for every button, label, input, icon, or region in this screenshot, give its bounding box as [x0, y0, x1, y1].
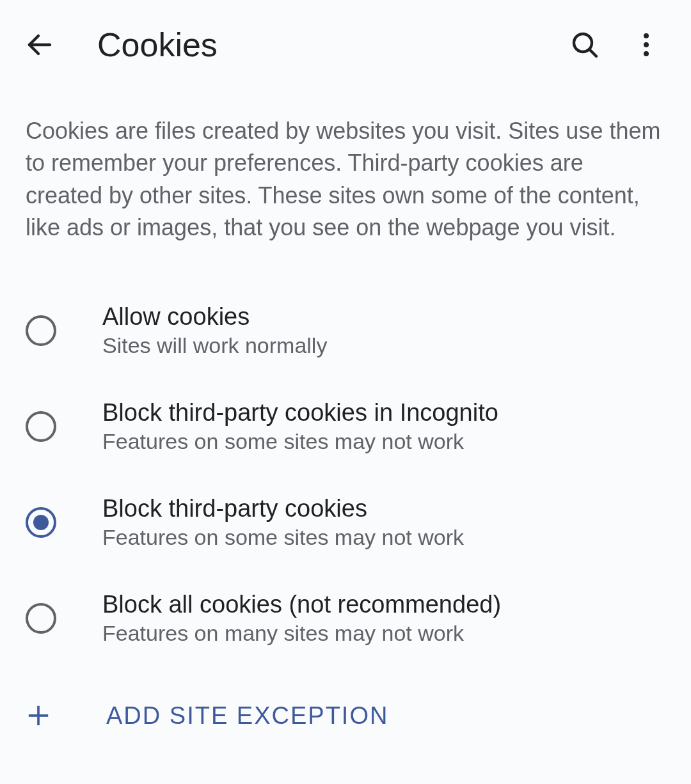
option-block-third-party-incognito[interactable]: Block third-party cookies in Incognito F…: [0, 379, 691, 474]
radio-circle-icon: [26, 411, 56, 442]
option-text: Block all cookies (not recommended) Feat…: [102, 591, 501, 646]
radio-button: [26, 599, 64, 638]
svg-point-5: [644, 51, 649, 56]
plus-icon: [26, 703, 51, 728]
radio-button: [26, 503, 64, 542]
search-icon: [569, 29, 600, 60]
option-subtitle: Features on many sites may not work: [102, 621, 501, 646]
option-title: Block third-party cookies in Incognito: [102, 399, 498, 427]
header-actions: [566, 26, 665, 64]
option-text: Allow cookies Sites will work normally: [102, 303, 327, 358]
add-site-exception-button[interactable]: ADD SITE EXCEPTION: [0, 679, 691, 753]
svg-point-4: [644, 42, 649, 47]
radio-circle-icon: [26, 603, 56, 634]
svg-line-2: [589, 49, 596, 56]
cookies-description: Cookies are files created by websites yo…: [0, 90, 691, 270]
search-button[interactable]: [566, 26, 604, 64]
option-allow-cookies[interactable]: Allow cookies Sites will work normally: [0, 283, 691, 379]
cookie-options: Allow cookies Sites will work normally B…: [0, 270, 691, 679]
back-button[interactable]: [20, 26, 59, 64]
option-title: Block all cookies (not recommended): [102, 591, 501, 618]
option-subtitle: Features on some sites may not work: [102, 429, 498, 454]
option-block-all-cookies[interactable]: Block all cookies (not recommended) Feat…: [0, 570, 691, 666]
radio-circle-icon: [26, 507, 56, 538]
radio-dot-icon: [33, 515, 49, 530]
option-title: Allow cookies: [102, 303, 327, 331]
header: Cookies: [0, 0, 691, 90]
add-site-exception-label: ADD SITE EXCEPTION: [106, 702, 388, 730]
page-title: Cookies: [97, 26, 527, 64]
option-title: Block third-party cookies: [102, 495, 464, 522]
option-block-third-party[interactable]: Block third-party cookies Features on so…: [0, 474, 691, 570]
option-subtitle: Features on some sites may not work: [102, 525, 464, 550]
option-text: Block third-party cookies in Incognito F…: [102, 399, 498, 454]
radio-button: [26, 311, 64, 350]
option-text: Block third-party cookies Features on so…: [102, 495, 464, 550]
radio-button: [26, 407, 64, 446]
arrow-left-icon: [24, 29, 55, 60]
svg-point-3: [644, 33, 649, 38]
option-subtitle: Sites will work normally: [102, 333, 327, 358]
overflow-menu-button[interactable]: [627, 26, 665, 64]
radio-circle-icon: [26, 315, 56, 346]
more-vert-icon: [631, 29, 662, 60]
